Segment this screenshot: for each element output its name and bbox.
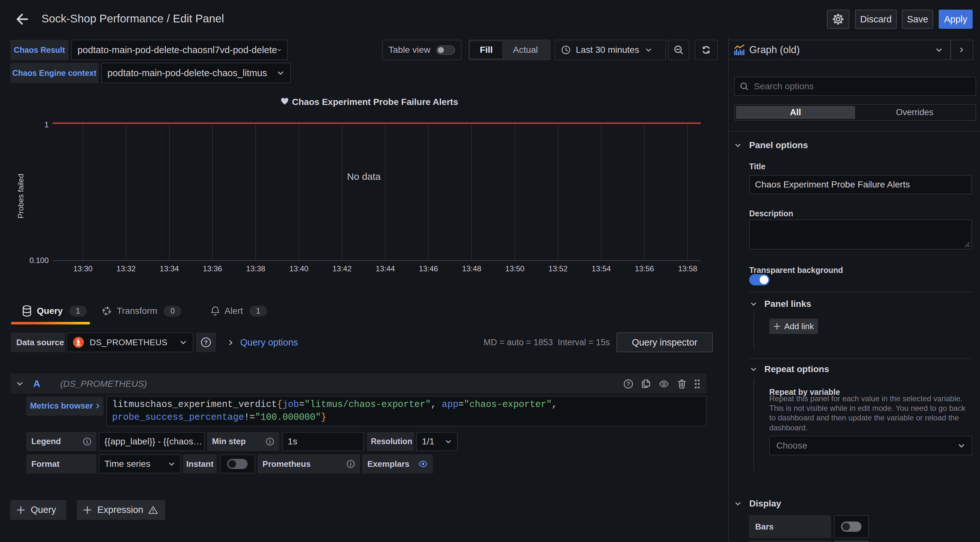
svg-text:?: ? bbox=[204, 339, 208, 346]
svg-text:?: ? bbox=[627, 381, 630, 387]
